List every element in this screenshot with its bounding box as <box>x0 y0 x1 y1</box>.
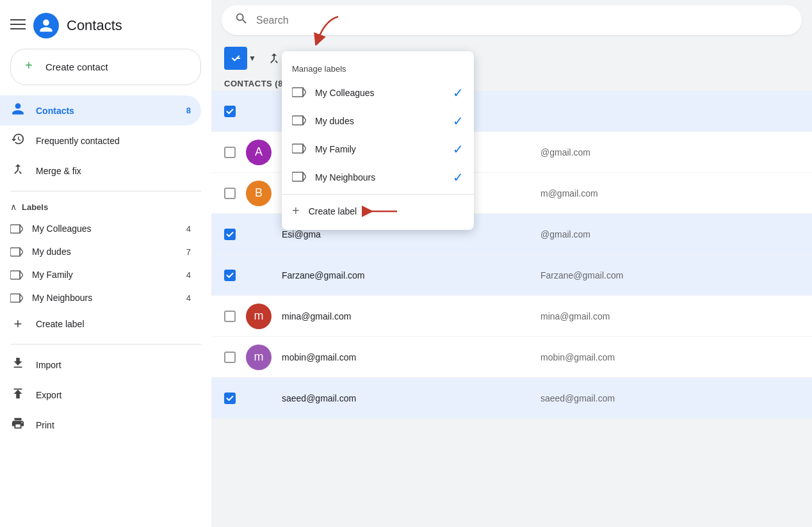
sidebar-item-my-family[interactable]: My Family 4 <box>0 263 201 286</box>
avatar-placeholder <box>246 99 272 124</box>
contact-email2: @gmail.com <box>540 147 799 158</box>
sidebar-divider <box>10 191 201 191</box>
dropdown-create-label[interactable]: + Create label <box>282 197 474 225</box>
my-neighbours-count: 4 <box>186 293 191 303</box>
chevron-icon: ∧ <box>10 202 17 212</box>
svg-rect-17 <box>292 88 303 97</box>
svg-marker-5 <box>20 225 23 233</box>
sidebar-item-contacts[interactable]: Contacts 8 <box>0 95 201 126</box>
checkmark-icon-family: ✓ <box>453 142 464 157</box>
table-row[interactable]: m mina@gmail.com mina@gmail.com <box>211 296 812 337</box>
select-dropdown-arrow[interactable]: ▼ <box>248 54 256 63</box>
svg-rect-4 <box>10 225 20 233</box>
my-dudes-count: 7 <box>186 247 191 257</box>
dropdown-item-my-neighbours[interactable]: My Neighbours ✓ <box>282 163 474 191</box>
manage-labels-dropdown: Manage labels My Colleagues ✓ My dudes ✓… <box>282 51 474 230</box>
contact-checkbox[interactable] <box>224 270 236 281</box>
sidebar-item-import[interactable]: Import <box>0 350 201 380</box>
label-icon-dropdown-dudes <box>292 115 306 127</box>
checkmark-icon-neighbours: ✓ <box>453 170 464 185</box>
search-input[interactable] <box>256 15 789 26</box>
label-icon-colleagues <box>10 224 23 234</box>
contact-email2: mina@gmail.com <box>540 311 799 321</box>
dropdown-item-label: My Neighbours <box>315 172 375 182</box>
contact-email: Farzane@gmail.com <box>282 270 540 280</box>
search-icon <box>234 12 248 29</box>
export-icon <box>10 386 26 403</box>
my-dudes-label: My dudes <box>32 247 71 257</box>
contact-checkbox[interactable] <box>224 188 236 199</box>
dropdown-divider <box>282 194 474 195</box>
sidebar-create-label[interactable]: + Create label <box>0 309 201 339</box>
svg-marker-22 <box>303 144 306 153</box>
contacts-count-badge: 8 <box>186 106 191 115</box>
sidebar-item-print[interactable]: Print <box>0 410 201 440</box>
svg-marker-9 <box>20 271 23 279</box>
contact-email: mina@gmail.com <box>282 311 540 321</box>
app-logo-circle <box>33 13 59 38</box>
my-neighbours-label: My Neighbours <box>32 293 92 303</box>
avatar-placeholder <box>246 385 272 411</box>
contact-checkbox[interactable] <box>224 352 236 363</box>
sidebar-item-export[interactable]: Export <box>0 380 201 410</box>
dropdown-item-label: My dudes <box>315 116 354 126</box>
table-row[interactable]: Farzane@gmail.com Farzane@gmail.com <box>211 255 812 296</box>
label-icon-neighbours <box>10 293 23 303</box>
label-icon-dropdown-family <box>292 143 306 156</box>
sidebar-item-my-colleagues[interactable]: My Colleagues 4 <box>0 217 201 240</box>
contact-checkbox[interactable] <box>224 106 236 117</box>
avatar: B <box>246 181 272 206</box>
select-all-control[interactable]: ▼ <box>224 47 256 70</box>
import-icon <box>10 356 26 373</box>
svg-marker-11 <box>20 294 23 302</box>
contact-checkbox[interactable] <box>224 393 236 404</box>
dropdown-item-label: My Family <box>315 144 356 154</box>
contact-checkbox[interactable] <box>224 229 236 240</box>
create-label-plus-icon: + <box>10 316 26 332</box>
sidebar-item-merge[interactable]: Merge & fix <box>0 156 201 186</box>
sidebar-nav: Contacts 8 Frequently contacted Merge & … <box>0 95 211 527</box>
contact-checkbox[interactable] <box>224 311 236 322</box>
sidebar-item-frequently[interactable]: Frequently contacted <box>0 126 201 156</box>
labels-section-header[interactable]: ∧ Labels <box>0 197 211 217</box>
label-icon-dudes <box>10 247 23 257</box>
import-label: Import <box>36 360 61 370</box>
checkmark-icon-colleagues: ✓ <box>453 85 464 101</box>
checkmark-icon-dudes: ✓ <box>453 113 464 129</box>
select-all-checkbox[interactable] <box>224 47 247 70</box>
svg-rect-23 <box>292 172 303 181</box>
create-contact-button[interactable]: + Create contact <box>10 49 201 85</box>
table-row[interactable]: saeed@gmail.com saeed@gmail.com <box>211 378 812 419</box>
avatar: m <box>246 304 272 329</box>
contact-email2: Farzane@gmail.com <box>540 270 799 280</box>
svg-rect-1 <box>10 24 26 25</box>
contacts-nav-icon <box>10 102 26 119</box>
sidebar-divider-2 <box>10 344 201 345</box>
svg-marker-18 <box>303 88 306 97</box>
sidebar-item-my-dudes[interactable]: My dudes 7 <box>0 240 201 263</box>
dropdown-item-my-colleagues[interactable]: My Colleagues ✓ <box>282 79 474 107</box>
contact-email2: saeed@gmail.com <box>540 393 799 403</box>
dropdown-item-my-dudes[interactable]: My dudes ✓ <box>282 107 474 135</box>
create-contact-label: Create contact <box>45 61 108 72</box>
create-contact-plus-icon: + <box>24 58 39 76</box>
dropdown-item-my-family[interactable]: My Family ✓ <box>282 135 474 163</box>
svg-rect-6 <box>10 248 20 256</box>
my-family-label: My Family <box>32 270 73 280</box>
svg-rect-0 <box>10 19 26 20</box>
svg-marker-20 <box>303 116 306 125</box>
svg-rect-8 <box>10 271 20 279</box>
svg-marker-24 <box>303 172 306 181</box>
hamburger-icon[interactable] <box>10 17 26 35</box>
app-name: Contacts <box>67 17 122 34</box>
contacts-label: Contacts <box>36 106 74 116</box>
contact-checkbox[interactable] <box>224 147 236 158</box>
frequently-label: Frequently contacted <box>36 136 120 146</box>
avatar: m <box>246 345 272 370</box>
my-colleagues-label: My Colleagues <box>32 223 92 234</box>
print-label: Print <box>36 420 54 430</box>
merge-icon <box>10 162 26 179</box>
table-row[interactable]: m mobin@gmail.com mobin@gmail.com <box>211 337 812 378</box>
label-icon-dropdown-neighbours <box>292 172 306 184</box>
sidebar-item-my-neighbours[interactable]: My Neighbours 4 <box>0 286 201 309</box>
